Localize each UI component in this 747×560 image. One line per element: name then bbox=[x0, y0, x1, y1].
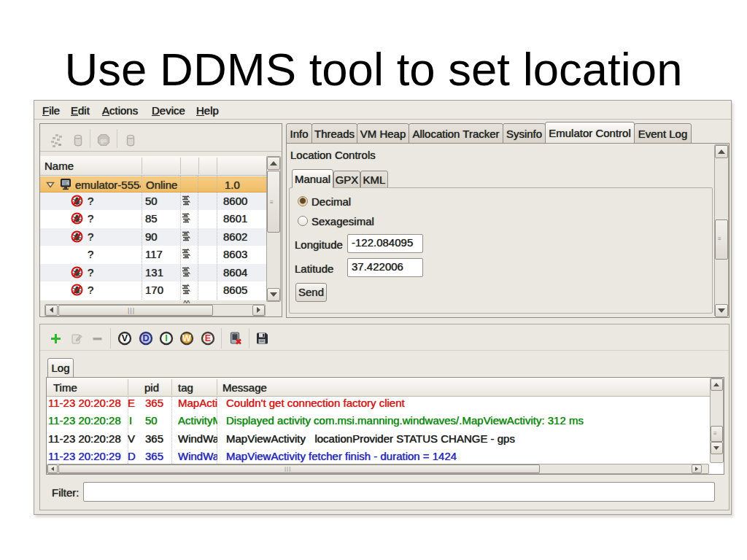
svg-text:E: E bbox=[205, 333, 211, 343]
svg-text:D: D bbox=[142, 333, 149, 343]
svg-text:go: go bbox=[101, 138, 107, 144]
svg-text:W: W bbox=[182, 333, 191, 343]
svg-text:I: I bbox=[165, 333, 167, 343]
svg-text:V: V bbox=[122, 333, 128, 343]
